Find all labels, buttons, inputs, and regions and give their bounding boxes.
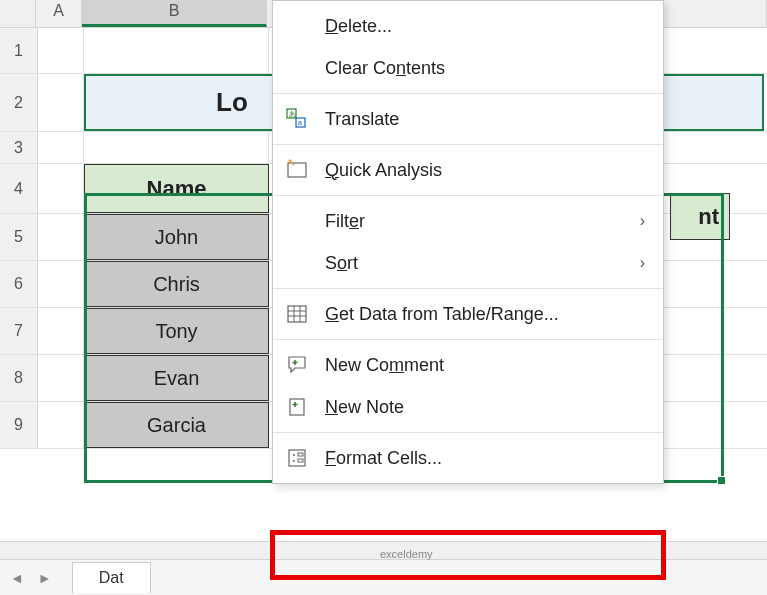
tab-nav-prev-icon[interactable]: ◄ [10,570,24,586]
cell-A6[interactable] [38,261,84,307]
menu-separator [273,432,663,433]
column-header-B[interactable]: B [82,0,267,27]
menu-label: New Note [325,397,645,418]
menu-separator [273,339,663,340]
column-header-A[interactable]: A [36,0,82,27]
svg-text:あ: あ [289,110,296,118]
submenu-arrow-icon: › [640,212,645,230]
row-header-6[interactable]: 6 [0,261,38,307]
row-header-5[interactable]: 5 [0,214,38,260]
svg-rect-4 [288,163,306,177]
data-cell[interactable]: Garcia [84,402,269,448]
svg-rect-19 [298,459,303,462]
table-header-right-partial: nt [670,193,725,240]
menu-label: Clear Contents [325,58,645,79]
menu-clear-contents[interactable]: Clear Contents [273,47,663,89]
table-icon [283,300,311,328]
select-all-corner[interactable] [0,0,36,27]
row-header-7[interactable]: 7 [0,308,38,354]
data-cell[interactable]: John [84,214,269,260]
row-header-2[interactable]: 2 [0,74,38,131]
menu-get-data[interactable]: Get Data from Table/Range... [273,293,663,335]
blank-icon [283,207,311,235]
data-cell[interactable]: Tony [84,308,269,354]
cell-A5[interactable] [38,214,84,260]
comment-icon [283,351,311,379]
submenu-arrow-icon: › [640,254,645,272]
menu-new-comment[interactable]: New Comment [273,344,663,386]
menu-separator [273,288,663,289]
svg-rect-15 [289,450,305,466]
cell-B1[interactable] [84,28,269,73]
header-right-text: nt [670,193,730,240]
note-icon [283,393,311,421]
menu-label: Format Cells... [325,448,645,469]
row-header-9[interactable]: 9 [0,402,38,448]
svg-text:a: a [298,119,302,126]
blank-icon [283,54,311,82]
data-cell[interactable]: Evan [84,355,269,401]
fill-handle[interactable] [717,476,726,485]
menu-label: Delete... [325,16,645,37]
menu-translate[interactable]: あa Translate [273,98,663,140]
menu-label: Get Data from Table/Range... [325,304,645,325]
cell-A1[interactable] [38,28,84,73]
menu-label: Sort [325,253,640,274]
sheet-tab[interactable]: Dat [72,562,151,593]
tab-nav-next-icon[interactable]: ► [38,570,52,586]
row-header-3[interactable]: 3 [0,132,38,163]
menu-sort[interactable]: Sort › [273,242,663,284]
menu-new-note[interactable]: New Note [273,386,663,428]
svg-rect-12 [290,399,304,415]
svg-rect-17 [298,453,303,456]
cell-A7[interactable] [38,308,84,354]
cell-A3[interactable] [38,132,84,163]
watermark-text: exceldemy [380,548,433,560]
cell-A4[interactable] [38,164,84,213]
menu-label: Quick Analysis [325,160,645,181]
menu-quick-analysis[interactable]: Quick Analysis [273,149,663,191]
tab-nav-controls[interactable]: ◄ ► [10,570,52,586]
cell-A8[interactable] [38,355,84,401]
format-cells-icon [283,444,311,472]
svg-rect-5 [288,306,306,322]
translate-icon: あa [283,105,311,133]
menu-separator [273,93,663,94]
cell-A9[interactable] [38,402,84,448]
menu-delete[interactable]: Delete... [273,5,663,47]
row-header-4[interactable]: 4 [0,164,38,213]
menu-filter[interactable]: Filter › [273,200,663,242]
svg-point-18 [293,460,295,462]
sheet-tabs-bar: ◄ ► Dat [0,559,767,595]
svg-point-16 [293,454,295,456]
cell-B3[interactable] [84,132,269,163]
blank-icon [283,12,311,40]
menu-format-cells[interactable]: Format Cells... [273,437,663,479]
menu-label: New Comment [325,355,645,376]
menu-label: Translate [325,109,645,130]
cell-A2[interactable] [38,74,84,131]
menu-label: Filter [325,211,640,232]
row-header-1[interactable]: 1 [0,28,38,73]
context-menu: Delete... Clear Contents あa Translate Qu… [272,0,664,484]
menu-separator [273,195,663,196]
data-cell[interactable]: Chris [84,261,269,307]
row-header-8[interactable]: 8 [0,355,38,401]
quick-analysis-icon [283,156,311,184]
blank-icon [283,249,311,277]
table-header-name[interactable]: Name [84,164,269,213]
menu-separator [273,144,663,145]
